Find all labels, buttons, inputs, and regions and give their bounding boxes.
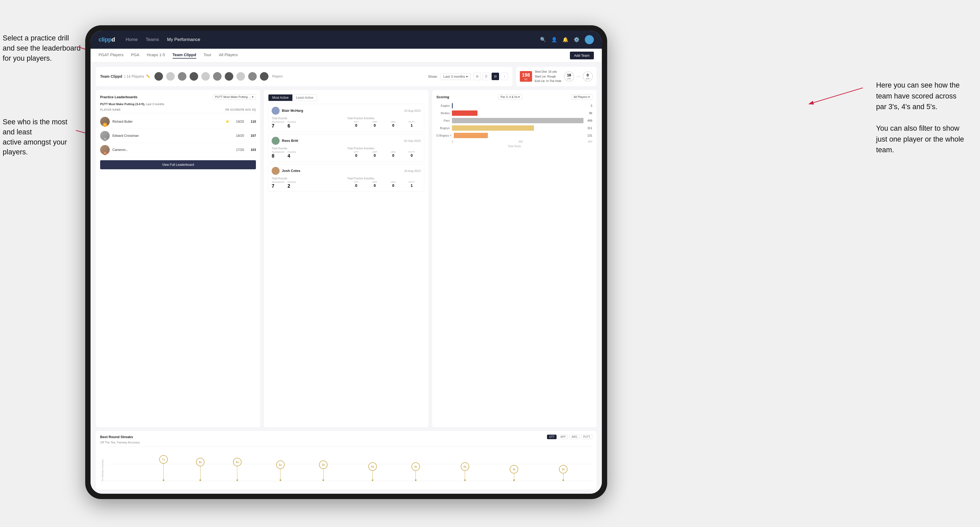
streaks-chart: % Fairway Accuracy 7x 6x 6x 5x 5x 4x 4x	[100, 447, 592, 481]
shot-circle-1: 16 yds	[564, 71, 574, 81]
streak-dot	[513, 479, 515, 481]
practice-val-1: 6	[288, 123, 296, 129]
active-player-3-header: Josh Coles 26 Aug 2023	[272, 167, 420, 175]
streak-point: 4x	[412, 462, 420, 481]
chart-value: 131	[587, 134, 592, 137]
rank-badge-3: 3	[103, 151, 107, 155]
most-active-tab[interactable]: Most Active	[269, 94, 292, 101]
streaks-section: Best Round Streaks OTT APP ARG PUTT Off …	[96, 431, 597, 489]
avatar[interactable]	[585, 35, 594, 44]
tournament-label-1: Tournament	[272, 121, 285, 123]
leaderboard-table-header: PLAYER NAME PB SCORE PB AVG SQ	[100, 108, 256, 113]
table-row: 2 Edward Crossman 18/20 107	[100, 129, 256, 143]
edit-icon[interactable]: ✏️	[146, 75, 150, 78]
leaderboard-dropdown[interactable]: PUTT Must Make Putting ... ▾	[213, 94, 256, 100]
main-content: Team Clippd | 14 Players ✏️	[91, 62, 602, 494]
nav-link-performance[interactable]: My Performance	[167, 36, 200, 43]
streak-line	[237, 466, 237, 479]
subnav-pga[interactable]: PGA	[131, 52, 140, 59]
col-avg: PB AVG SQ	[240, 108, 256, 111]
players-avatars: Players	[154, 71, 283, 81]
add-team-button[interactable]: Add Team	[570, 52, 594, 59]
person-icon[interactable]: 👤	[551, 37, 557, 43]
view-icon-list[interactable]: ☰	[482, 73, 490, 80]
chart-bar-wrap	[454, 133, 584, 138]
chart-label: Eagles	[436, 104, 450, 107]
settings-icon[interactable]: ⚙️	[574, 37, 579, 43]
subnav-hcaps[interactable]: Hcaps 1-5	[147, 52, 165, 59]
active-name-1: Blair McHarg	[282, 109, 402, 113]
streaks-tag-putt[interactable]: PUTT	[581, 435, 592, 439]
leaderboard-subtitle: PUTT Must Make Putting (3-6 ft), Last 3 …	[100, 103, 256, 106]
player-avatar[interactable]	[165, 71, 175, 81]
subnav-teamclippd[interactable]: Team Clippd	[173, 52, 196, 59]
player-avatar[interactable]	[189, 71, 199, 81]
view-icon-sort[interactable]: ↕	[501, 73, 508, 80]
streaks-tag-arg[interactable]: ARG	[570, 435, 579, 439]
active-player-2: Rees Britt 02 Sep 2023 Total Rounds Tour…	[268, 134, 424, 162]
streak-dot	[163, 479, 164, 481]
player-avatar[interactable]	[236, 71, 245, 81]
practice-val-3: 2	[288, 183, 296, 189]
player-avatar[interactable]	[154, 71, 164, 81]
view-full-leaderboard-button[interactable]: View Full Leaderboard	[100, 160, 256, 169]
view-icon-detail[interactable]: ⊟	[492, 73, 499, 80]
streaks-tag-app[interactable]: APP	[558, 435, 568, 439]
total-practice-group-3: Total Practice Activities OTT0 APP0 ARG0…	[347, 177, 421, 189]
active-toggle: Most Active Least Active	[268, 94, 317, 101]
active-player-1: Blair McHarg 26 Aug 2023 Total Rounds To…	[268, 104, 424, 132]
scoring-filter[interactable]: Par 3, 4 & 5s ▾	[498, 94, 522, 100]
chart-row-birdies: Birdies 96	[436, 110, 592, 116]
search-icon[interactable]: 🔍	[540, 37, 546, 43]
nav-links: Home Teams My Performance	[126, 36, 540, 43]
subnav-pgat[interactable]: PGAT Players	[99, 52, 124, 59]
chart-footer: Total Shots	[436, 145, 592, 148]
nav-link-home[interactable]: Home	[126, 36, 138, 43]
chart-label: Birdies	[436, 111, 450, 115]
shot-details: Shot Dist: 16 yds Start Lie: Rough End L…	[535, 70, 562, 84]
sub-nav: PGAT Players PGA Hcaps 1-5 Team Clippd T…	[91, 49, 602, 62]
team-title: Team Clippd | 14 Players ✏️	[100, 74, 150, 78]
active-player-3: Josh Coles 26 Aug 2023 Total Rounds Tour…	[268, 164, 424, 192]
sub-nav-links: PGAT Players PGA Hcaps 1-5 Team Clippd T…	[99, 52, 238, 59]
bell-icon[interactable]: 🔔	[562, 37, 568, 43]
nav-link-teams[interactable]: Teams	[146, 36, 159, 43]
streak-bubble: 3x	[559, 465, 568, 473]
chart-bar	[452, 103, 453, 108]
streak-dot	[199, 479, 201, 481]
start-lie: Start Lie: Rough	[535, 74, 562, 79]
show-select[interactable]: Last 3 months ▾	[441, 73, 471, 80]
streak-point: 5x	[319, 460, 328, 481]
view-icon-grid[interactable]: ⊞	[474, 73, 481, 80]
player-avatar[interactable]	[259, 71, 269, 81]
streaks-tag-ott[interactable]: OTT	[547, 435, 557, 439]
streaks-title: Best Round Streaks	[100, 435, 133, 439]
active-avatar-3	[272, 167, 280, 175]
scoring-player-filter[interactable]: All Players ▾	[571, 94, 592, 100]
subnav-allplayers[interactable]: All Players	[219, 52, 238, 59]
player-avatar[interactable]	[248, 71, 257, 81]
player-avatar[interactable]	[177, 71, 187, 81]
player-avatar[interactable]	[213, 71, 222, 81]
streaks-subtitle: Off The Tee, Fairway Accuracy	[100, 441, 592, 444]
streak-bubble: 4x	[412, 462, 420, 471]
chart-label: D.Bogeys +	[436, 134, 452, 137]
chart-row-d.bogeys +: D.Bogeys + 131	[436, 133, 592, 138]
streak-bubble: 6x	[196, 458, 205, 466]
streak-bubble: 3x	[510, 465, 518, 473]
y-axis-label: % Fairway Accuracy	[100, 447, 104, 481]
player-avatar[interactable]	[224, 71, 234, 81]
total-practice-group-1: Total Practice Activities OTT0 APP0 ARG0…	[347, 117, 421, 129]
streak-point: 3x	[510, 465, 518, 481]
streak-line	[200, 466, 200, 479]
streak-dot	[323, 479, 324, 481]
chart-label: Pars	[436, 119, 450, 122]
active-name-3: Josh Coles	[282, 169, 402, 173]
subnav-tour[interactable]: Tour	[204, 52, 212, 59]
player-avatar[interactable]	[201, 71, 210, 81]
streak-line	[514, 473, 514, 479]
least-active-tab[interactable]: Least Active	[293, 94, 317, 101]
total-practice-label-1: Total Practice Activities	[347, 117, 421, 120]
shot-dist: Shot Dist: 16 yds	[535, 70, 562, 74]
streak-line	[163, 464, 164, 479]
